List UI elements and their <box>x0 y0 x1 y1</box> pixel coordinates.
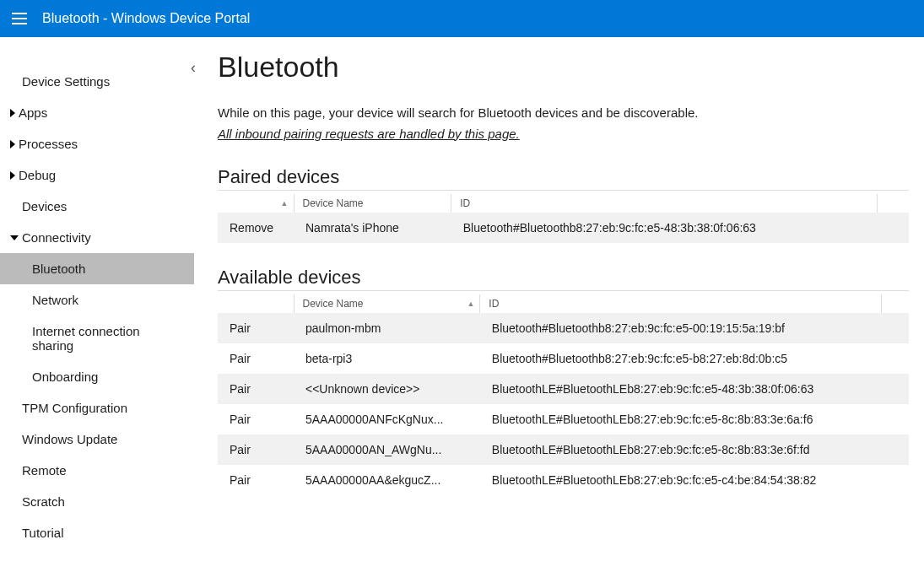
table-row: Pair5AAA00000ANFcKgNux...BluetoothLE#Blu… <box>218 404 909 434</box>
available-devices-title: Available devices <box>218 267 909 291</box>
pair-button[interactable]: Pair <box>218 343 294 374</box>
sort-indicator-icon: ▲ <box>467 299 474 308</box>
sort-indicator-icon: ▲ <box>281 199 289 208</box>
sidebar-item[interactable]: Bluetooth <box>0 253 194 284</box>
device-id-cell: BluetoothLE#BluetoothLEb8:27:eb:9c:fc:e5… <box>480 404 882 434</box>
sidebar-item-label: Scratch <box>22 494 65 509</box>
main-content: Bluetooth While on this page, your devic… <box>194 37 924 572</box>
sidebar-item-label: Onboarding <box>32 370 98 384</box>
sidebar: ‹ Device SettingsAppsProcessesDebugDevic… <box>0 37 194 572</box>
pairing-note-link[interactable]: All inbound pairing requests are handled… <box>218 127 520 141</box>
table-row: Pair5AAA00000AN_AWgNu...BluetoothLE#Blue… <box>218 434 909 465</box>
spacer-cell <box>882 465 909 495</box>
sidebar-item-label: Debug <box>19 168 56 182</box>
device-name-cell: 5AAA00000AN_AWgNu... <box>294 434 480 465</box>
sidebar-item[interactable]: Devices <box>0 191 194 222</box>
table-row: Pair<<Unknown device>>BluetoothLE#Blueto… <box>218 374 909 404</box>
table-row: Pairbeta-rpi3Bluetooth#Bluetoothb8:27:eb… <box>218 343 909 374</box>
sidebar-item-label: Bluetooth <box>32 262 85 276</box>
pair-button[interactable]: Pair <box>218 404 294 434</box>
spacer-cell <box>877 213 909 243</box>
table-row: RemoveNamrata's iPhoneBluetooth#Bluetoot… <box>218 213 909 243</box>
col-action[interactable] <box>218 294 294 313</box>
table-row: Pairpaulmon-mbmBluetooth#Bluetoothb8:27:… <box>218 313 909 343</box>
sidebar-item-label: Remote <box>22 463 67 478</box>
sidebar-item[interactable]: Connectivity <box>0 222 194 253</box>
app-header: Bluetooth - Windows Device Portal <box>0 0 924 37</box>
sidebar-item-label: Tutorial <box>22 526 63 540</box>
col-spacer <box>877 194 909 213</box>
device-name-cell: beta-rpi3 <box>294 343 480 374</box>
sidebar-item[interactable]: Scratch <box>0 486 194 517</box>
page-description: While on this page, your device will sea… <box>218 104 909 123</box>
sidebar-item-label: Apps <box>19 105 47 120</box>
sidebar-item[interactable]: Processes <box>0 128 194 159</box>
device-id-cell: Bluetooth#Bluetoothb8:27:eb:9c:fc:e5-48:… <box>451 213 878 243</box>
device-name-cell: 5AAA00000ANFcKgNux... <box>294 404 480 434</box>
device-id-cell: BluetoothLE#BluetoothLEb8:27:eb:9c:fc:e5… <box>480 465 882 495</box>
sidebar-item[interactable]: Windows Update <box>0 424 194 455</box>
pair-button[interactable]: Pair <box>218 465 294 495</box>
available-devices-table: Device Name▲ ID Pairpaulmon-mbmBluetooth… <box>218 294 909 495</box>
sidebar-item-label: Windows Update <box>22 432 117 446</box>
sidebar-item[interactable]: Onboarding <box>0 361 194 392</box>
sidebar-item-label: Processes <box>19 137 78 151</box>
device-id-cell: Bluetooth#Bluetoothb8:27:eb:9c:fc:e5-00:… <box>480 313 882 343</box>
device-id-cell: BluetoothLE#BluetoothLEb8:27:eb:9c:fc:e5… <box>480 374 882 404</box>
col-id[interactable]: ID <box>480 294 882 313</box>
caret-right-icon <box>10 171 15 180</box>
caret-down-icon <box>10 235 19 240</box>
paired-devices-title: Paired devices <box>218 166 909 191</box>
paired-devices-table: ▲ Device Name ID RemoveNamrata's iPhoneB… <box>218 194 909 243</box>
remove-button[interactable]: Remove <box>218 213 294 243</box>
spacer-cell <box>882 374 909 404</box>
sidebar-item[interactable]: Debug <box>0 159 194 191</box>
sidebar-item[interactable]: Apps <box>0 97 194 128</box>
sidebar-item-label: Device Settings <box>22 74 110 89</box>
device-name-cell: paulmon-mbm <box>294 313 480 343</box>
page-title: Bluetooth <box>218 51 909 84</box>
device-name-cell: <<Unknown device>> <box>294 374 480 404</box>
sidebar-item-label: Devices <box>22 199 67 213</box>
device-id-cell: Bluetooth#Bluetoothb8:27:eb:9c:fc:e5-b8:… <box>480 343 882 374</box>
table-row: Pair5AAA00000AA&ekgucZ...BluetoothLE#Blu… <box>218 465 909 495</box>
sidebar-item[interactable]: Network <box>0 284 194 316</box>
sidebar-item-label: Connectivity <box>22 230 91 245</box>
col-id[interactable]: ID <box>451 194 878 213</box>
pair-button[interactable]: Pair <box>218 434 294 465</box>
header-title: Bluetooth - Windows Device Portal <box>42 11 250 26</box>
sidebar-item[interactable]: Remote <box>0 455 194 486</box>
caret-right-icon <box>10 140 15 148</box>
device-name-cell: Namrata's iPhone <box>294 213 451 243</box>
sidebar-item-label: Internet connection sharing <box>32 324 184 353</box>
device-name-cell: 5AAA00000AA&ekgucZ... <box>294 465 480 495</box>
pair-button[interactable]: Pair <box>218 374 294 404</box>
device-id-cell: BluetoothLE#BluetoothLEb8:27:eb:9c:fc:e5… <box>480 434 882 465</box>
sidebar-item[interactable]: Device Settings <box>0 66 194 97</box>
col-device-name[interactable]: Device Name <box>294 194 451 213</box>
sidebar-item-label: Network <box>32 293 78 307</box>
sidebar-item[interactable]: Tutorial <box>0 517 194 548</box>
spacer-cell <box>882 434 909 465</box>
menu-icon[interactable] <box>12 13 27 24</box>
col-device-name[interactable]: Device Name▲ <box>294 294 480 313</box>
sidebar-item-label: TPM Configuration <box>22 401 127 415</box>
spacer-cell <box>882 404 909 434</box>
pair-button[interactable]: Pair <box>218 313 294 343</box>
sidebar-item[interactable]: TPM Configuration <box>0 392 194 424</box>
sidebar-item[interactable]: Internet connection sharing <box>0 316 194 361</box>
col-spacer <box>882 294 909 313</box>
spacer-cell <box>882 313 909 343</box>
caret-right-icon <box>10 109 15 117</box>
col-action[interactable]: ▲ <box>218 194 294 213</box>
spacer-cell <box>882 343 909 374</box>
collapse-sidebar-icon[interactable]: ‹ <box>191 59 196 77</box>
